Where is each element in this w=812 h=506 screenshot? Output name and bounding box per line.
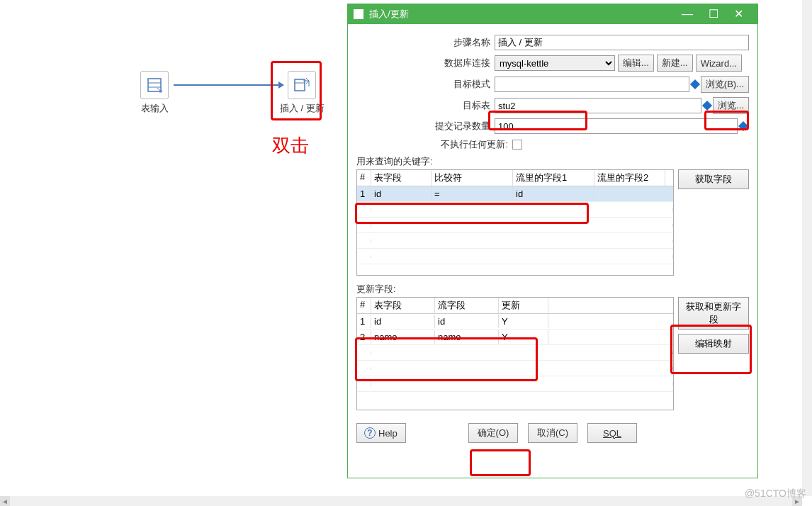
table-row[interactable]: [357, 345, 673, 361]
table-row[interactable]: [357, 233, 673, 249]
variable-icon[interactable]: [690, 79, 700, 89]
variable-icon[interactable]: [702, 101, 712, 111]
table-row[interactable]: [357, 249, 673, 264]
dialog-body: 步骤名称 数据库连接 mysql-kettle 编辑... 新建... Wiza…: [348, 24, 757, 416]
sql-button[interactable]: SQL: [587, 423, 637, 443]
table-row[interactable]: 1 id = id: [357, 186, 673, 202]
no-update-label: 不执行任何更新:: [356, 138, 512, 151]
table-row[interactable]: [357, 361, 673, 376]
ok-button[interactable]: 确定(O): [468, 423, 518, 443]
vertical-scrollbar[interactable]: [802, 0, 812, 496]
db-conn-select[interactable]: mysql-kettle: [495, 55, 615, 71]
target-schema-label: 目标模式: [356, 78, 495, 91]
dialog-title: 插入/更新: [369, 8, 682, 21]
variable-icon[interactable]: [738, 121, 748, 131]
step-name-input[interactable]: [495, 35, 749, 50]
edit-mapping-button[interactable]: 编辑映射: [678, 334, 749, 354]
get-update-fields-button[interactable]: 获取和更新字段: [678, 297, 749, 330]
dialog-footer: ? Help 确定(O) 取消(C) SQL: [348, 416, 757, 450]
get-fields-button[interactable]: 获取字段: [678, 169, 749, 189]
table-row[interactable]: 1 id id Y: [357, 314, 673, 330]
key-grid-header: # 表字段 比较符 流里的字段1 流里的字段2: [357, 170, 673, 186]
table-row[interactable]: [357, 218, 673, 233]
table-row[interactable]: [357, 376, 673, 392]
target-table-label: 目标表: [356, 99, 495, 112]
watermark: @51CTO博客: [745, 488, 806, 500]
cancel-button[interactable]: 取消(C): [528, 423, 577, 443]
no-update-checkbox[interactable]: [512, 140, 522, 150]
key-section-label: 用来查询的关键字:: [356, 155, 749, 168]
close-button[interactable]: ✕: [734, 4, 743, 24]
edit-conn-button[interactable]: 编辑...: [618, 55, 654, 72]
browse-schema-button[interactable]: 浏览(B)...: [701, 76, 749, 93]
maximize-button[interactable]: ☐: [709, 4, 718, 24]
flow-arrow: [174, 84, 278, 86]
key-grid[interactable]: # 表字段 比较符 流里的字段1 流里的字段2 1 id = id: [356, 169, 674, 276]
browse-table-button[interactable]: 浏览...: [713, 97, 749, 114]
wizard-button[interactable]: Wizard...: [696, 55, 742, 72]
db-conn-label: 数据库连接: [356, 57, 495, 69]
update-section-label: 更新字段:: [356, 283, 749, 296]
dblclick-annotation: 双击: [272, 133, 309, 158]
titlebar: 插入/更新 — ☐ ✕: [348, 4, 757, 24]
target-table-input[interactable]: [495, 98, 701, 113]
node-label: 表输入: [140, 102, 169, 115]
update-grid-header: # 表字段 流字段 更新: [357, 298, 673, 314]
minimize-button[interactable]: —: [682, 4, 693, 24]
update-grid[interactable]: # 表字段 流字段 更新 1 id id Y 2 name name Y: [356, 297, 674, 410]
target-schema-input[interactable]: [495, 77, 689, 92]
table-row[interactable]: 2 name name Y: [357, 330, 673, 345]
help-icon: ?: [364, 427, 376, 439]
table-row[interactable]: [357, 202, 673, 218]
new-conn-button[interactable]: 新建...: [657, 55, 693, 72]
step-name-label: 步骤名称: [356, 36, 495, 49]
scroll-left-icon[interactable]: ◄: [0, 496, 10, 506]
table-input-icon: [140, 71, 169, 99]
help-button[interactable]: ? Help: [356, 423, 406, 443]
node-table-input[interactable]: 表输入: [140, 71, 169, 115]
insert-update-dialog: 插入/更新 — ☐ ✕ 步骤名称 数据库连接 mysql-kettle 编辑..…: [347, 4, 758, 478]
canvas: 表输入 插入 / 更新 双击: [0, 0, 347, 496]
window-controls: — ☐ ✕: [682, 4, 752, 24]
highlight-ok-button: [470, 449, 531, 476]
highlight-node2: [271, 61, 322, 120]
horizontal-scrollbar[interactable]: ◄ ►: [0, 496, 802, 506]
dialog-icon: [354, 9, 363, 19]
commit-label: 提交记录数量: [356, 120, 495, 133]
commit-input[interactable]: [495, 118, 738, 134]
